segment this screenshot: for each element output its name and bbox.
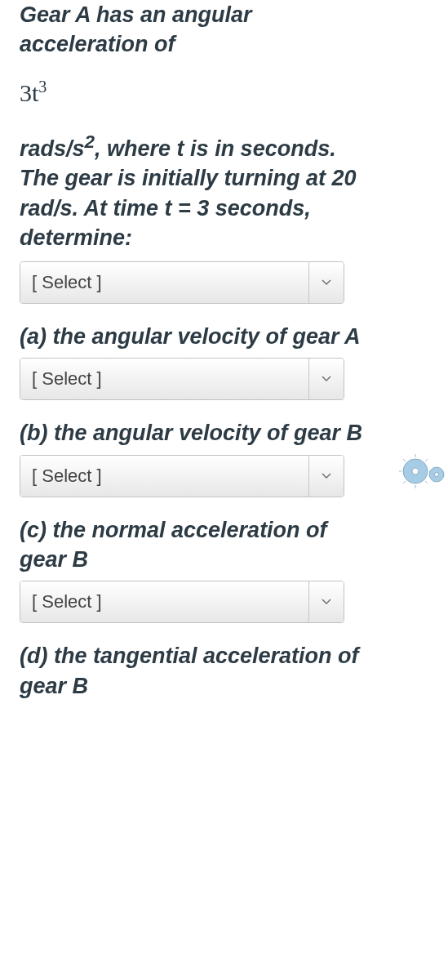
select-wrap-c: [ Select ]: [20, 581, 370, 623]
svg-line-6: [425, 481, 428, 483]
select-placeholder-a: [ Select ]: [20, 359, 309, 399]
question-content: Gear A has an angular acceleration of 3t…: [20, 0, 370, 701]
select-placeholder-c: [ Select ]: [20, 581, 309, 622]
svg-line-8: [425, 459, 428, 461]
gear-diagram-icon: [399, 452, 446, 490]
chevron-down-icon: [309, 456, 344, 497]
select-wrap-a: [ Select ]: [20, 358, 370, 400]
question-page: Gear A has an angular acceleration of 3t…: [0, 0, 448, 980]
chevron-down-icon: [309, 262, 344, 303]
units-prefix: rads/s: [20, 136, 85, 161]
svg-point-11: [435, 473, 439, 477]
units-exponent: 2: [85, 131, 95, 152]
part-b-label: (b) the angular velocity of gear B: [20, 418, 370, 448]
chevron-down-icon: [309, 359, 344, 399]
part-c-label: (c) the normal acceleration of gear B: [20, 515, 370, 575]
formula-exponent: 3: [38, 78, 47, 96]
svg-line-7: [403, 481, 406, 483]
chevron-down-icon: [309, 581, 344, 622]
select-dropdown-a[interactable]: [ Select ]: [20, 358, 344, 400]
svg-point-9: [412, 468, 419, 474]
formula-base: 3t: [20, 79, 38, 106]
problem-intro-1: Gear A has an angular acceleration of: [20, 0, 370, 60]
svg-line-5: [403, 459, 406, 461]
select-dropdown-c[interactable]: [ Select ]: [20, 581, 344, 623]
problem-intro-2: rads/s2, where t is in seconds. The gear…: [20, 130, 370, 253]
select-dropdown-0[interactable]: [ Select ]: [20, 261, 344, 304]
part-d-label: (d) the tangential acceleration of gear …: [20, 641, 370, 701]
select-placeholder-0: [ Select ]: [20, 262, 309, 303]
select-dropdown-b[interactable]: [ Select ]: [20, 455, 344, 497]
part-a-label: (a) the angular velocity of gear A: [20, 322, 370, 351]
select-placeholder-b: [ Select ]: [20, 456, 309, 497]
select-wrap-0: [ Select ]: [20, 261, 370, 304]
select-wrap-b: [ Select ]: [20, 455, 370, 497]
formula: 3t3: [20, 81, 370, 105]
